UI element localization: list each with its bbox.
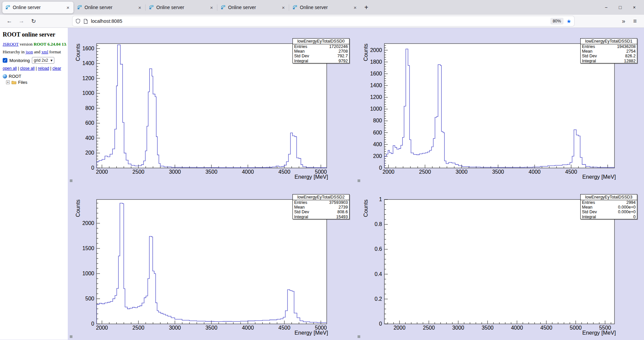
svg-text:Counts: Counts	[363, 44, 369, 61]
pad-resize-handle[interactable]	[358, 179, 360, 182]
svg-text:1400: 1400	[82, 60, 94, 66]
expand-plus-icon[interactable]: +	[6, 80, 10, 84]
svg-text:3500: 3500	[205, 169, 217, 175]
jsroot-sidebar: ROOT online server JSROOT version ROOT 6…	[0, 28, 68, 340]
stats-mean: 2739	[338, 205, 348, 210]
svg-text:2500: 2500	[423, 325, 435, 331]
forward-icon[interactable]: →	[16, 16, 27, 26]
back-icon[interactable]: ←	[4, 16, 15, 26]
canvas-area: 2000250030003500400045005000020040060080…	[68, 28, 644, 340]
svg-text:3000: 3000	[452, 325, 464, 331]
stats-box[interactable]: lowEnergyEyTotalDSSD2 Entries37593903 Me…	[292, 194, 350, 219]
tab-title: Online server	[156, 5, 206, 10]
pad-2[interactable]: 2000250030003500400045005000050010001500…	[68, 184, 356, 340]
svg-text:800: 800	[85, 105, 94, 111]
maximize-icon[interactable]: □	[614, 2, 626, 12]
svg-text:Energy [MeV]: Energy [MeV]	[294, 330, 328, 336]
reload-icon[interactable]: ↻	[28, 16, 39, 26]
monitoring-row: ✓ Monitoring grid 2x2▾	[3, 57, 66, 64]
zoom-level-badge[interactable]: 80%	[550, 18, 564, 24]
svg-text:3000: 3000	[455, 169, 468, 175]
close-all-link[interactable]: close all	[20, 66, 35, 71]
svg-text:4500: 4500	[278, 169, 290, 175]
svg-text:2500: 2500	[132, 169, 145, 175]
stats-box[interactable]: lowEnergyEyTotalDSSD1 Entries19436208 Me…	[580, 38, 637, 63]
tab-close-icon[interactable]: ×	[209, 5, 214, 10]
svg-text:0: 0	[91, 321, 94, 327]
svg-text:2000: 2000	[393, 325, 406, 331]
chevron-down-icon: ▾	[50, 58, 52, 63]
tab-close-icon[interactable]: ×	[281, 5, 286, 10]
open-all-link[interactable]: open all	[3, 66, 17, 71]
json-link[interactable]: json	[26, 49, 33, 54]
url-text[interactable]: localhost:8085	[91, 18, 547, 24]
pad-resize-handle[interactable]	[70, 335, 72, 338]
stats-mean: 0.000e+0	[618, 205, 636, 210]
page-content: ROOT online server JSROOT version ROOT 6…	[0, 28, 644, 340]
svg-text:Energy [MeV]: Energy [MeV]	[582, 174, 616, 180]
tab-close-icon[interactable]: ×	[137, 5, 142, 10]
tab-0[interactable]: Online server×	[2, 2, 73, 13]
svg-text:4000: 4000	[511, 325, 523, 331]
tab-1[interactable]: Online server×	[74, 2, 145, 13]
root-version: ROOT 6.24.04 13/07/2021	[34, 42, 66, 47]
svg-text:1000: 1000	[370, 106, 382, 112]
svg-text:800: 800	[373, 118, 382, 123]
svg-text:2500: 2500	[419, 169, 431, 175]
svg-text:1600: 1600	[82, 46, 94, 51]
pad-1[interactable]: 2000250030003500400045000200400600800100…	[356, 28, 643, 184]
tab-close-icon[interactable]: ×	[65, 5, 70, 10]
tree-item-files[interactable]: + Files	[6, 80, 66, 85]
reload-link[interactable]: reload	[38, 66, 49, 71]
tab-2[interactable]: Online server×	[146, 2, 217, 13]
stats-std: 826.2	[625, 54, 636, 58]
stats-integral: 0	[633, 215, 636, 219]
url-bar[interactable]: localhost:8085 80% ★	[72, 16, 574, 26]
root-favicon	[292, 5, 297, 10]
monitoring-label: Monitoring	[9, 58, 30, 63]
stats-box[interactable]: lowEnergyEyTotalDSSD3 Entries2994 Mean0.…	[580, 194, 637, 219]
stats-entries: 2994	[626, 200, 636, 205]
svg-text:Counts: Counts	[75, 44, 81, 61]
svg-text:4500: 4500	[540, 325, 552, 331]
stats-mean: 2754	[626, 49, 636, 54]
tab-strip: Online server×Online server×Online serve…	[0, 0, 361, 15]
tab-3[interactable]: Online server×	[218, 2, 289, 13]
svg-text:5000: 5000	[570, 325, 582, 331]
pad-resize-handle[interactable]	[358, 335, 360, 338]
pad-3[interactable]: 2000250030003500400045005000550000.20.40…	[356, 184, 643, 340]
tree-actions: open all | close all | reload | clear	[3, 66, 66, 71]
stats-box[interactable]: lowEnergyEyTotalDSSD0 Entries17202246 Me…	[292, 38, 350, 63]
stats-title: lowEnergyEyTotalDSSD2	[293, 194, 349, 200]
svg-text:3500: 3500	[205, 325, 217, 331]
svg-text:1800: 1800	[370, 59, 382, 65]
tab-close-icon[interactable]: ×	[353, 5, 358, 10]
hierarchy-line: Hierarchy in json and xml format	[3, 49, 66, 55]
svg-text:0: 0	[379, 165, 382, 171]
root-favicon	[221, 5, 225, 10]
pad-0[interactable]: 2000250030003500400045005000020040060080…	[68, 28, 356, 184]
bookmark-star-icon[interactable]: ★	[567, 18, 571, 24]
shield-icon[interactable]	[75, 18, 80, 24]
menu-hamburger-icon[interactable]: ≡	[630, 18, 640, 25]
pad-resize-handle[interactable]	[70, 179, 72, 182]
tab-4[interactable]: Online server×	[289, 2, 361, 13]
svg-text:1600: 1600	[370, 71, 382, 76]
svg-text:0.8: 0.8	[375, 221, 382, 227]
window-close-icon[interactable]: ×	[629, 2, 640, 12]
root-sphere-icon	[3, 74, 7, 78]
svg-text:0.2: 0.2	[375, 296, 382, 302]
stats-integral: 15493	[336, 215, 348, 219]
page-info-icon[interactable]	[84, 19, 88, 24]
svg-text:Energy [MeV]: Energy [MeV]	[582, 330, 616, 336]
minimize-icon[interactable]: −	[600, 2, 612, 12]
clear-link[interactable]: clear	[52, 66, 61, 71]
new-tab-button[interactable]: +	[361, 2, 372, 13]
tree-item-root[interactable]: ROOT	[3, 74, 66, 79]
jsroot-link[interactable]: JSROOT	[3, 42, 18, 47]
monitoring-checkbox[interactable]: ✓	[3, 58, 7, 63]
xml-link[interactable]: xml	[42, 49, 48, 54]
layout-select[interactable]: grid 2x2▾	[32, 57, 55, 64]
overflow-chevrons-icon[interactable]: »	[619, 18, 629, 25]
stats-title: lowEnergyEyTotalDSSD3	[581, 194, 637, 200]
